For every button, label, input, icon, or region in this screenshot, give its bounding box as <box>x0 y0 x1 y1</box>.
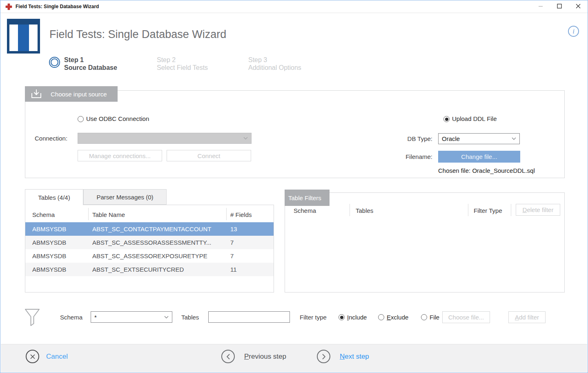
info-button[interactable]: i <box>568 26 579 37</box>
step-1-circle-icon <box>49 57 60 68</box>
filter-file-label: File <box>430 314 439 321</box>
close-icon <box>576 3 581 10</box>
wizard-window: Field Tests: Single Database Wizard Fiel… <box>0 0 588 373</box>
filter-tables-label: Tables <box>181 314 199 321</box>
step-1-name: Source Database <box>64 64 117 71</box>
filter-schema-value: * <box>94 314 97 321</box>
step-1-label: Step 1 <box>64 56 117 64</box>
column-divider <box>88 208 89 220</box>
choose-input-source-title: Choose input source <box>51 91 107 98</box>
chevron-down-icon <box>243 137 248 140</box>
cancel-button[interactable]: Cancel <box>26 350 68 363</box>
filter-tables-input[interactable] <box>208 311 290 323</box>
filename-label: Filename: <box>392 153 432 160</box>
filter-exclude-label: Exclude <box>387 314 408 321</box>
download-icon <box>30 89 42 99</box>
filter-schema-select[interactable]: * <box>91 311 172 323</box>
title-bar: Field Tests: Single Database Wizard <box>0 0 588 13</box>
filter-funnel-icon <box>24 308 40 328</box>
filters-col-tables: Tables <box>356 207 373 214</box>
step-2-name: Select Field Tests <box>157 64 208 71</box>
filter-include-label: Include <box>347 314 367 321</box>
column-divider <box>226 208 227 220</box>
tab-tables[interactable]: Tables (4/4) <box>25 189 83 205</box>
filter-file-radio[interactable] <box>421 314 427 320</box>
previous-step-button[interactable]: Previous step <box>221 350 286 363</box>
upload-ddl-radio[interactable] <box>443 116 450 122</box>
step-3-label: Step 3 <box>248 56 301 64</box>
filter-schema-label: Schema <box>60 314 82 321</box>
minimize-icon <box>538 3 543 10</box>
window-title: Field Tests: Single Database Wizard <box>16 4 99 9</box>
delete-filter-button[interactable]: Delete filter <box>516 204 560 216</box>
change-file-button[interactable]: Change file... <box>438 151 520 163</box>
chevron-down-icon <box>512 137 516 140</box>
table-row[interactable]: ABMSYSDB ABST_SC_ASSESSOREXPOSURETYPE 7 <box>25 249 274 263</box>
add-filter-button[interactable]: Add filter <box>508 311 546 323</box>
table-filters-header: Table Filters <box>285 190 330 206</box>
footer-bar: Cancel Previous step Next step <box>1 344 587 372</box>
step-2: Step 2 Select Field Tests <box>157 56 208 71</box>
minimize-button[interactable] <box>531 0 550 13</box>
maximize-icon <box>557 3 562 10</box>
step-3: Step 3 Additional Options <box>248 56 301 71</box>
table-row[interactable]: ABMSYSDB ABST_SC_EXTSECURITYCRED 11 <box>25 263 274 276</box>
tables-col-fields: # Fields <box>230 211 252 218</box>
odbc-connection-label: Use ODBC Connection <box>86 115 149 122</box>
filters-col-filter-type: Filter Type <box>474 207 502 214</box>
close-button[interactable] <box>569 0 588 13</box>
upload-ddl-label: Upload DDL File <box>452 115 497 122</box>
app-icon <box>5 3 12 10</box>
page-title: Field Tests: Single Database Wizard <box>49 28 226 41</box>
odbc-connection-radio[interactable] <box>78 116 84 122</box>
column-divider <box>511 204 511 216</box>
tables-col-schema: Schema <box>32 211 55 218</box>
tables-col-table-name: Table Name <box>92 211 125 218</box>
db-type-label: DB Type: <box>399 135 432 142</box>
chevron-right-icon <box>317 350 330 363</box>
table-row[interactable]: ABMSYSDB ABST_SC_CONTACTPAYMENTACCOUNT 1… <box>25 222 274 236</box>
tab-parser-messages[interactable]: Parser Messages (0) <box>83 189 167 205</box>
cancel-icon <box>26 350 39 363</box>
chevron-down-icon <box>164 316 169 319</box>
connect-button[interactable]: Connect <box>167 150 251 161</box>
connection-label: Connection: <box>35 135 67 142</box>
db-type-value: Oracle <box>442 135 460 142</box>
filter-type-label: Filter type <box>300 314 327 321</box>
step-1: Step 1 Source Database <box>64 56 117 71</box>
manage-connections-button[interactable]: Manage connections... <box>78 150 162 161</box>
db-type-select[interactable]: Oracle <box>438 133 520 144</box>
column-divider <box>468 204 468 216</box>
info-icon: i <box>572 27 575 36</box>
filter-exclude-radio[interactable] <box>378 314 384 320</box>
filters-col-schema: Schema <box>294 207 316 214</box>
app-logo <box>7 19 40 54</box>
choose-input-source-header: Choose input source <box>25 86 118 102</box>
next-step-button[interactable]: Next step <box>317 350 369 363</box>
chevron-left-icon <box>221 350 235 363</box>
step-3-name: Additional Options <box>248 64 301 71</box>
table-row[interactable]: ABMSYSDB ABST_SC_ASSESSORASSESSMENTTY...… <box>25 236 274 249</box>
maximize-button[interactable] <box>550 0 569 13</box>
chosen-file-text: Chosen file: Oracle_SourceDDL.sql <box>438 167 535 174</box>
column-divider <box>350 204 350 216</box>
choose-file-button[interactable]: Choose file... <box>442 311 490 323</box>
connection-select[interactable] <box>78 133 252 144</box>
filter-include-radio[interactable] <box>339 314 345 320</box>
step-2-label: Step 2 <box>157 56 208 64</box>
